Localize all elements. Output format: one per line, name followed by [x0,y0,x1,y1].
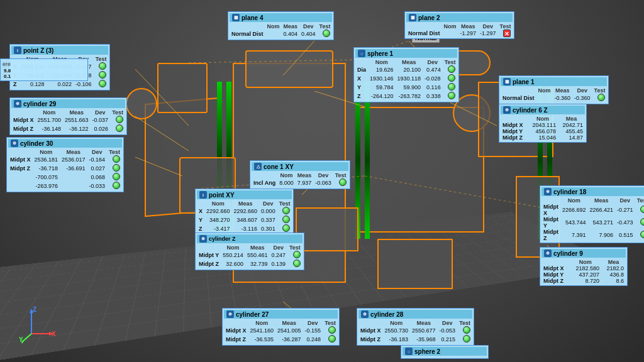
panel-point-z3-header: i point Z (3) [11,46,108,55]
panel-cylinder30: ⊕ cylinder 30 NomMeasDevTest Midpt X2536… [6,137,124,192]
cylinder27-icon: ⊕ [226,310,234,318]
partial-text: ere [2,60,86,68]
panel-cylinder9-table: NomMea Midpt X2182.5802182.0 Midpt Y437.… [541,259,626,284]
panel-pointxy-title: point XY [209,192,235,199]
sphere2-icon: ○ [405,348,413,355]
panel-cylinder29: ⊕ cylinder 29 NomMeasDevTest Midpt X2551… [9,97,127,135]
cylinder6z-icon: ⊕ [503,106,511,114]
svg-text:Z: Z [33,306,36,313]
panel-sphere1-title: sphere 1 [367,50,393,57]
cylinder9-icon: ⊕ [544,250,552,257]
panel-plane2-table: NomMeasDevTest Normal Dist-1.297-1.297✕ [406,23,513,37]
panel-cylinder27-title: cylinder 27 [236,311,269,318]
machine-mid-piece [296,207,358,251]
panel-cylinder18-title: cylinder 18 [553,189,586,195]
panel-cylinder18: ⊕ cylinder 18 NomMeasDevTest Midpt X2266… [540,185,644,243]
panel-plane2-header: ▦ plane 2 [406,13,513,22]
machine-top-piece [245,50,333,88]
machine-right-mid [377,239,453,289]
svg-text:X: X [52,331,56,337]
pointxy-icon: i [199,191,207,199]
cylinder28-icon: ⊕ [361,310,369,318]
panel-cylinder18-table: NomMeasDevTest Midpt X2266.6922266.421-0… [541,197,644,241]
plane4-icon: ▦ [232,14,240,21]
panel-cylinder6z-header: ⊕ cylinder 6 Z [501,106,585,114]
panel-cylinder29-header: ⊕ cylinder 29 [11,99,125,108]
panel-cylinder28-table: NomMeasDevTest Midpt X2550.7302550.677-0… [358,320,472,344]
panel-sphere2: ○ sphere 2 [401,345,489,359]
panel-cylinder29-title: cylinder 29 [23,101,56,107]
cylinder30-icon: ⊕ [11,140,18,147]
panel-cylinder27: ⊕ cylinder 27 NomMeasDevTest Midpt X2541… [222,308,340,346]
panel-cylinder27-header: ⊕ cylinder 27 [224,310,338,319]
panel-plane2-title: plane 2 [418,14,440,21]
panel-cone1xy-header: △ cone 1 XY [252,162,348,171]
plane1-icon: ▦ [503,78,511,85]
panel-pointxy-header: i point XY [197,190,292,199]
panel-plane4-header: ▦ plane 4 [230,13,332,22]
panel-cylinder30-title: cylinder 30 [20,140,53,147]
axes-svg: Z X Y [19,305,57,343]
panel-sphere2-header: ○ sphere 2 [402,347,487,356]
panel-cylinder9-header: ⊕ cylinder 9 [541,249,626,258]
panel-cylinder6z-title: cylinder 6 Z [513,107,548,114]
panel-sphere1-table: NomMeasDevTest Dia19.62620.1000.474 X193… [355,59,457,101]
machine-upper-left [157,63,208,113]
cylinder29-icon: ⊕ [14,100,21,107]
panel-cylinder9: ⊕ cylinder 9 NomMea Midpt X2182.5802182.… [540,247,628,286]
panel-point-z3-title: point Z (3) [23,47,53,54]
sphere1-icon: ○ [358,50,365,57]
panel-plane4-title: plane 4 [242,14,263,21]
panel-sphere1-header: ○ sphere 1 [355,49,457,58]
panel-plane4-table: NomMeasDevTest Normal Dist0.4040.404 [230,23,332,38]
cylinder18-icon: ⊕ [544,188,552,195]
panel-cylinder27-table: NomMeasDevTest Midpt X2541.1602541.005-0… [224,320,338,344]
panel-cylinder28-header: ⊕ cylinder 28 [358,310,472,319]
panel-cylinder-z-header: ⊕ cylinder Z [197,234,303,243]
panel-cylinder6z-table: NomMea Midpt X2043.1112042.71 Midpt Y456… [501,116,585,141]
svg-text:Y: Y [19,336,23,343]
cone1xy-icon: △ [254,163,262,170]
panel-plane4: ▦ plane 4 NomMeasDevTest Normal Dist0.40… [228,11,334,40]
panel-cylinder28-title: cylinder 28 [370,311,403,318]
panel-cylinder30-table: NomMeasDevTest Midpt X2536.1812536.017-0… [8,149,122,190]
panel-cylinder-z-title: cylinder Z [209,236,236,242]
cylinder-z-icon: ⊕ [199,235,207,243]
panel-pointxy: i point XY NomMeasDevTest X2292.6602292.… [195,189,294,235]
panel-cylinder-z: ⊕ cylinder Z NomMeasDevTest Midpt Y550.2… [195,233,304,270]
axes-indicator: Z X Y [19,305,57,343]
green-bar-4 [365,82,370,239]
panel-cylinder-z-table: NomMeasDevTest Midpt Y550.214550.4610.24… [197,244,303,268]
point-z3-icon: i [14,47,21,54]
panel-cylinder6z: ⊕ cylinder 6 Z NomMea Midpt X2043.111204… [499,104,587,143]
panel-cone1xy-table: NomMeasDevTest Incl Ang8.0007.937-0.063 [252,172,348,187]
panel-plane2: ▦ plane 2 NomMeasDevTest Normal Dist-1.2… [404,11,514,39]
panel-sphere2-title: sphere 2 [414,348,440,355]
panel-partial-left: ere 9.8 0.1 [0,58,88,81]
panel-cone1xy: △ cone 1 XY NomMeasDevTest Incl Ang8.000… [250,160,350,189]
panel-pointxy-table: NomMeasDevTest X2292.6602292.6600.000 Y3… [197,200,292,233]
panel-cylinder18-header: ⊕ cylinder 18 [541,187,644,196]
panel-plane1-header: ▦ plane 1 [501,77,607,86]
panel-plane1-title: plane 1 [513,79,534,85]
panel-cylinder9-title: cylinder 9 [553,250,583,257]
svg-line-23 [22,334,31,342]
machine-joint-left [126,88,157,119]
panel-sphere1: ○ sphere 1 NomMeasDevTest Dia19.62620.10… [353,47,459,102]
panel-cylinder28: ⊕ cylinder 28 NomMeasDevTest Midpt X2550… [357,308,474,346]
panel-plane1: ▦ plane 1 NomMeasDevTest Normal Dist-0.3… [499,75,609,104]
plane2-icon: ▦ [409,14,416,21]
panel-plane1-table: NomMeasDevTest Normal Dist-0.360-0.360 [501,87,607,102]
panel-cylinder30-header: ⊕ cylinder 30 [8,139,122,148]
panel-cone1xy-title: cone 1 XY [264,163,294,170]
panel-cylinder29-table: NomMeasDevTest Midpt X2551.7002551.663-0… [11,109,125,133]
3d-viewport: i point Z (3) NomMeasDevTest X2508.13325… [0,0,644,362]
